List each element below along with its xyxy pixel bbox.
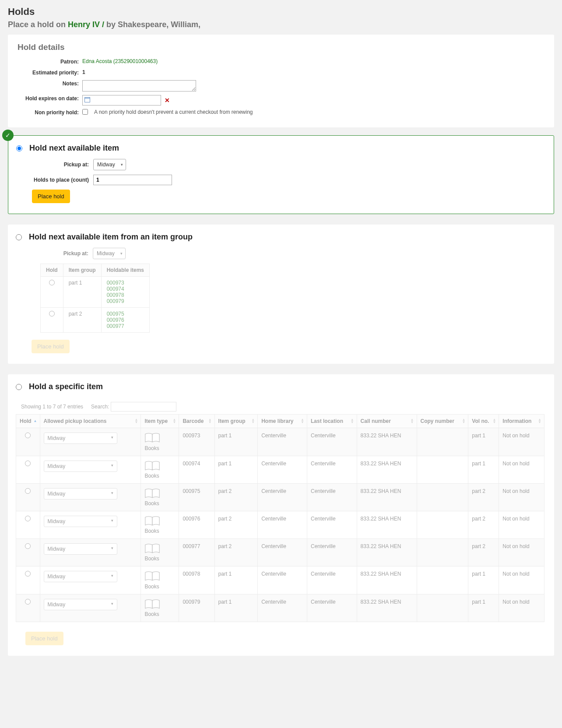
holdable-item-link[interactable]: 000974 (107, 286, 144, 292)
cell-last: Centerville (307, 511, 357, 538)
cell-barcode: 000974 (179, 456, 214, 483)
itemtype-label: Books (144, 473, 175, 479)
label-patron: Patron: (18, 58, 82, 66)
cell-group: part 1 (214, 428, 258, 456)
item-row-radio[interactable] (25, 461, 31, 466)
items-row: MidwayBooks000978part 1CentervilleCenter… (16, 566, 544, 594)
group-name-cell: part 2 (63, 308, 101, 333)
cell-info: Not on hold (499, 428, 544, 456)
cell-home: Centerville (258, 428, 307, 456)
items-col-header[interactable]: Hold▲ (16, 415, 40, 428)
place-hold-button-1[interactable]: Place hold (32, 190, 70, 203)
cell-barcode: 000973 (179, 428, 214, 456)
item-row-radio[interactable] (25, 543, 31, 549)
pickup-location-select[interactable]: Midway (44, 488, 117, 499)
book-icon (144, 461, 160, 471)
specific-item-title: Hold a specific item (29, 382, 103, 391)
cell-call: 833.22 SHA HEN (357, 483, 417, 511)
items-row: MidwayBooks000975part 2CentervilleCenter… (16, 483, 544, 511)
items-row: MidwayBooks000976part 2CentervilleCenter… (16, 511, 544, 538)
clear-date-icon[interactable]: ✕ (165, 97, 170, 104)
non-priority-hint: A non priority hold doesn't prevent a cu… (94, 109, 253, 115)
item-row-radio[interactable] (25, 516, 31, 521)
cell-call: 833.22 SHA HEN (357, 539, 417, 566)
col-hold: Hold (41, 264, 63, 277)
group-row-radio[interactable] (49, 280, 55, 285)
cell-vol: part 1 (468, 566, 499, 594)
pickup-location-select[interactable]: Midway (44, 543, 117, 555)
notes-input[interactable] (82, 80, 196, 91)
cell-group: part 1 (214, 456, 258, 483)
items-col-header[interactable]: Barcode▲▼ (179, 415, 214, 428)
entries-summary: Showing 1 to 7 of 7 entries (21, 404, 83, 410)
item-row-radio[interactable] (25, 571, 31, 577)
items-col-header[interactable]: Vol no.▲▼ (468, 415, 499, 428)
group-row-radio[interactable] (49, 311, 55, 317)
cell-vol: part 2 (468, 511, 499, 538)
hold-item-group-card: Hold next available item from an item gr… (8, 225, 554, 364)
place-hold-button-2[interactable]: Place hold (32, 340, 70, 353)
item-group-title: Hold next available item from an item gr… (29, 232, 193, 242)
cell-barcode: 000975 (179, 483, 214, 511)
holdable-item-link[interactable]: 000975 (107, 311, 144, 317)
itemtype-label: Books (144, 528, 175, 534)
cell-info: Not on hold (499, 456, 544, 483)
cell-copy (417, 511, 468, 538)
item-row-radio[interactable] (25, 488, 31, 494)
items-col-header[interactable]: Call number▲▼ (357, 415, 417, 428)
item-row-radio[interactable] (25, 433, 31, 438)
cell-info: Not on hold (499, 511, 544, 538)
book-icon (144, 516, 160, 526)
items-col-header[interactable]: Last location▲▼ (307, 415, 357, 428)
pickup-location-select[interactable]: Midway (44, 571, 117, 582)
place-hold-button-3[interactable]: Place hold (25, 632, 63, 645)
items-search-input[interactable] (111, 402, 176, 411)
pickup-location-select[interactable]: Midway (44, 461, 117, 472)
items-col-header[interactable]: Home library▲▼ (258, 415, 307, 428)
cell-home: Centerville (258, 594, 307, 622)
pickup-location-select[interactable]: Midway (44, 516, 117, 527)
radio-specific-item[interactable] (16, 384, 22, 390)
calendar-icon (84, 97, 90, 102)
radio-item-group[interactable] (16, 234, 22, 240)
label-nonpriority: Non priority hold: (18, 109, 82, 116)
book-icon (144, 543, 160, 554)
items-col-header[interactable]: Item type▲▼ (141, 415, 179, 428)
items-col-header[interactable]: Copy number▲▼ (417, 415, 468, 428)
cell-copy (417, 539, 468, 566)
holdable-item-link[interactable]: 000978 (107, 292, 144, 298)
specific-items-table: Hold▲Allowed pickup locations▲▼Item type… (16, 414, 544, 622)
holdable-item-link[interactable]: 000977 (107, 323, 144, 329)
cell-vol: part 2 (468, 483, 499, 511)
holds-count-input[interactable] (93, 175, 172, 185)
pickup-location-select[interactable]: Midway (44, 433, 117, 444)
cell-group: part 1 (214, 594, 258, 622)
cell-group: part 2 (214, 483, 258, 511)
item-row-radio[interactable] (25, 599, 31, 605)
cell-vol: part 1 (468, 456, 499, 483)
holdable-item-link[interactable]: 000979 (107, 298, 144, 304)
book-icon (144, 488, 160, 499)
cell-copy (417, 566, 468, 594)
holdable-item-link[interactable]: 000973 (107, 280, 144, 286)
radio-next-available[interactable] (16, 145, 22, 151)
items-col-header[interactable]: Item group▲▼ (214, 415, 258, 428)
items-col-header[interactable]: Information▲▼ (499, 415, 544, 428)
non-priority-checkbox[interactable] (82, 109, 88, 115)
expires-date-input[interactable] (82, 95, 161, 106)
pickup-select-1[interactable]: Midway (93, 159, 126, 170)
book-icon (144, 599, 160, 609)
cell-vol: part 2 (468, 539, 499, 566)
biblio-link[interactable]: Henry IV / (68, 20, 106, 29)
cell-info: Not on hold (499, 594, 544, 622)
pickup-select-2[interactable]: Midway (93, 248, 126, 259)
holdable-item-link[interactable]: 000976 (107, 317, 144, 323)
cell-copy (417, 483, 468, 511)
patron-link[interactable]: Edna Acosta (23529001000463) (82, 58, 158, 64)
label-pickup-2: Pickup at: (32, 250, 93, 257)
next-available-title: Hold next available item (29, 144, 119, 153)
items-col-header[interactable]: Allowed pickup locations▲▼ (40, 415, 141, 428)
itemtype-label: Books (144, 611, 175, 617)
cell-home: Centerville (258, 511, 307, 538)
pickup-location-select[interactable]: Midway (44, 599, 117, 610)
